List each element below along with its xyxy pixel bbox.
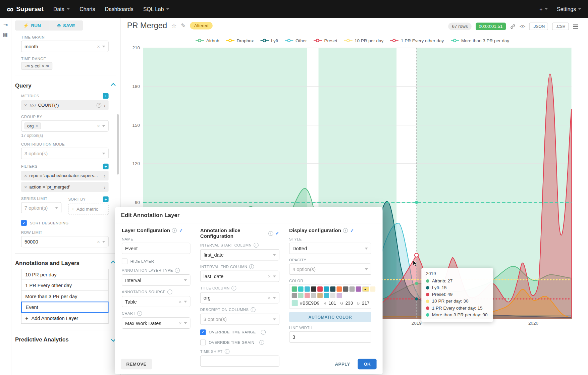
override-time-grain-checkbox[interactable]: OVERRIDE TIME GRAIN i [200,339,279,345]
color-swatch[interactable] [292,286,297,292]
filter-chip[interactable]: × action = 'pr_merged' › [21,182,109,192]
automatic-color-button[interactable]: AUTOMATIC COLOR [289,312,371,322]
g-value[interactable]: 233 [345,301,353,306]
clear-icon[interactable]: × [268,295,271,301]
sort-descending-checkbox[interactable]: ✓ SORT DESCENDING [21,220,120,226]
color-swatch[interactable] [370,286,375,292]
color-swatch[interactable] [350,286,355,292]
legend-item[interactable]: Lyft [261,38,278,43]
info-icon[interactable]: i [175,268,180,273]
remove-icon[interactable]: × [24,173,27,178]
nav-dashboards[interactable]: Dashboards [105,6,133,12]
nav-new-button[interactable]: + [539,6,548,12]
annotation-layer-item[interactable]: 1 PR Every other day [21,280,109,291]
r-value[interactable]: 181 [328,301,336,306]
run-button[interactable]: ⚡RUN [15,20,49,31]
clear-icon[interactable]: × [97,123,100,129]
add-filter-button[interactable]: + [103,164,109,169]
color-swatch[interactable] [330,286,335,292]
color-swatch[interactable] [305,293,310,298]
info-icon[interactable]: i [231,286,236,291]
filter-chip[interactable]: × repo = 'apache/incubator-supers... › [21,171,109,180]
info-icon[interactable]: i [254,243,259,248]
sort-by-add-metric[interactable]: +Add metric [68,204,108,215]
add-annotation-layer-button[interactable]: +Add Annotation Layer [21,313,109,324]
style-select[interactable]: Dotted [289,243,371,254]
annotation-layer-item[interactable]: 10 PR per day [21,269,109,280]
legend-item[interactable]: Preset [314,38,337,43]
chart-select[interactable]: Max Work Dates × [122,317,191,329]
collapse-panel-icon[interactable]: ⇥ [3,22,8,27]
row-limit-select[interactable]: 50000 × [21,236,109,247]
info-icon[interactable]: i [137,311,142,316]
color-swatch[interactable] [311,286,316,292]
info-icon[interactable]: i [167,289,172,294]
color-swatch[interactable] [317,293,323,298]
save-button[interactable]: ⊕SAVE [49,20,83,31]
hex-value[interactable]: #B5E9D9 [300,301,319,306]
color-swatch[interactable] [298,293,304,298]
chevron-right-icon[interactable]: › [104,184,106,190]
color-swatch[interactable] [298,286,304,292]
legend-item[interactable]: More than 3 PR per day [450,38,509,43]
legend-item[interactable]: 1 PR Every other day [390,38,444,43]
opacity-select[interactable]: 4 option(s) [289,263,371,275]
color-swatch[interactable] [324,293,329,298]
annotation-source-select[interactable]: Table × [122,296,191,307]
edit-icon[interactable]: ✎ [181,22,186,29]
add-sort-metric-button[interactable]: + [103,196,109,202]
name-input[interactable] [122,243,191,254]
interval-start-select[interactable]: first_date [200,249,279,261]
color-swatch[interactable] [356,286,361,292]
chevron-up-icon[interactable] [111,83,116,88]
download-csv-button[interactable]: .CSV [552,22,569,30]
color-swatch[interactable] [311,293,316,298]
series-limit-select[interactable]: 7 option(s) [21,202,61,213]
info-icon[interactable]: i [268,231,273,236]
color-swatch[interactable] [330,293,335,298]
metric-chip[interactable]: × ƒ(x) COUNT(*) ? › [21,100,109,110]
clear-icon[interactable]: × [268,273,271,279]
color-swatch[interactable] [343,286,349,292]
info-icon[interactable]: i [343,228,348,233]
remove-icon[interactable]: × [24,184,27,190]
line-width-input[interactable] [289,331,371,343]
color-swatch[interactable] [317,286,323,292]
color-swatch[interactable] [336,293,342,298]
ok-button[interactable]: OK [358,359,376,369]
datasource-grid-icon[interactable]: ▦ [3,32,8,37]
contribution-mode-select[interactable]: 3 option(s) [21,148,109,159]
apply-button[interactable]: APPLY [333,361,353,367]
legend-item[interactable]: Other [285,38,307,43]
info-icon[interactable]: i [224,349,229,354]
info-icon[interactable]: i [172,228,177,233]
scrollbar[interactable] [117,114,119,174]
b-value[interactable]: 217 [362,301,370,306]
download-json-button[interactable]: .JSON [529,22,548,30]
remove-button[interactable]: REMOVE [121,359,152,369]
nav-data[interactable]: Data [53,6,70,12]
color-swatch[interactable] [292,293,297,298]
info-icon[interactable]: i [249,264,254,269]
add-metric-plus-button[interactable]: + [103,93,109,99]
remove-tag-icon[interactable]: × [36,124,38,128]
chevron-right-icon[interactable]: › [104,102,106,108]
chevron-right-icon[interactable]: › [104,173,106,178]
color-swatch[interactable] [324,286,329,292]
info-icon[interactable]: i [261,330,266,335]
interval-end-select[interactable]: last_date × [200,271,279,282]
clear-icon[interactable]: × [97,44,100,49]
annotation-layer-item[interactable]: More than 3 PR per day [21,290,109,302]
title-column-select[interactable]: org × [200,292,279,304]
menu-icon[interactable] [573,23,578,30]
info-icon[interactable]: i [251,307,256,312]
clear-icon[interactable]: × [179,320,182,326]
clear-icon[interactable]: × [97,239,100,245]
nav-charts[interactable]: Charts [79,6,95,12]
embed-code-icon[interactable]: </> [520,24,525,29]
altered-badge[interactable]: Altered [190,22,212,29]
nav-settings[interactable]: Settings [557,6,581,12]
hide-layer-checkbox[interactable]: HIDE LAYER [122,259,191,264]
time-range-tag[interactable]: -∞ ≤ col < ∞ [21,62,53,69]
color-swatch[interactable] [305,286,310,292]
